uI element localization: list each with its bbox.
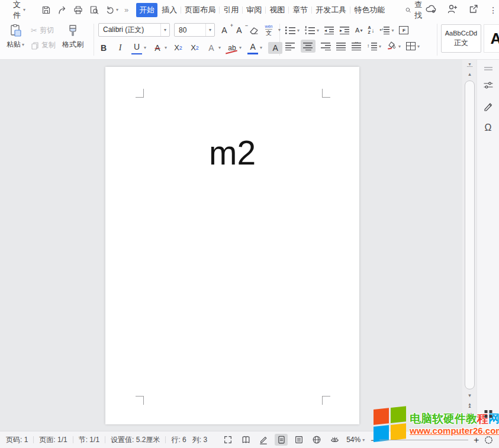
divider	[265, 7, 266, 14]
tab-section[interactable]: 章节	[289, 3, 311, 17]
status-setting-value[interactable]: 设置值: 5.2厘米	[111, 435, 160, 445]
zoom-in-button[interactable]: ＋	[472, 434, 481, 446]
shrink-font-button[interactable]: A−	[234, 24, 244, 36]
increase-indent-button[interactable]: ▸	[340, 26, 350, 34]
annotate-pen-button[interactable]	[483, 101, 494, 114]
cut-button[interactable]: ✂剪切	[31, 25, 56, 36]
paste-button[interactable]: 粘贴▾	[5, 22, 26, 51]
italic-button[interactable]: I	[115, 42, 125, 54]
page-view-button[interactable]	[275, 434, 288, 446]
font-name-select[interactable]: Calibri (正文) ▾	[98, 23, 170, 37]
file-menu[interactable]: 文件 ▾	[13, 0, 25, 21]
undo-button[interactable]: ▾	[105, 5, 118, 15]
divider	[33, 436, 34, 443]
tab-references[interactable]: 引用	[220, 3, 242, 17]
decrease-indent-button[interactable]: ◂	[324, 26, 334, 34]
sort-button[interactable]: AZ↓	[368, 25, 374, 34]
document-body-text[interactable]: m2	[105, 133, 359, 172]
vertical-scrollbar[interactable]: ▾ ▴ ▾ ▴▴	[462, 60, 477, 431]
tab-insert[interactable]: 插入	[159, 3, 180, 17]
align-center-button[interactable]	[301, 40, 316, 53]
clear-format-button[interactable]	[249, 24, 259, 36]
superscript-button[interactable]: X2	[173, 42, 183, 54]
status-column[interactable]: 列: 3	[192, 435, 207, 445]
export-pdf-button[interactable]	[57, 5, 67, 15]
borders-button[interactable]	[406, 42, 416, 50]
tab-home[interactable]: 开始	[136, 3, 157, 17]
margin-mark-bottom-right	[322, 396, 330, 405]
properties-button[interactable]	[483, 80, 494, 92]
plus-icon: +	[230, 22, 233, 28]
tab-review[interactable]: 审阅	[243, 3, 265, 17]
cloud-sync-button[interactable]	[425, 4, 437, 16]
document-page[interactable]: m2	[105, 67, 359, 424]
numbered-list-button[interactable]	[305, 26, 315, 34]
read-mode-button[interactable]	[239, 434, 252, 446]
format-painter-button[interactable]: 格式刷	[60, 22, 85, 51]
text-effects-button[interactable]: A	[206, 42, 217, 54]
pinyin-label: wén	[265, 24, 273, 30]
paragraph-layout-button[interactable]: ↵	[379, 26, 389, 34]
save-button[interactable]	[41, 5, 51, 15]
best-fit-button[interactable]	[484, 436, 493, 444]
drag-handle-icon[interactable]	[484, 67, 492, 68]
bullet-list-button[interactable]	[285, 26, 295, 34]
rotate-icon: ▾	[360, 28, 362, 33]
align-left-button[interactable]	[285, 42, 295, 50]
scroll-up-icon[interactable]: ▴	[468, 72, 471, 77]
zoom-level-button[interactable]: 54% ▾	[346, 436, 365, 444]
eye-icon	[330, 435, 340, 444]
print-preview-button[interactable]	[89, 5, 99, 15]
divider	[437, 24, 437, 56]
toggle-ruler-icon[interactable]: ▾	[467, 63, 472, 68]
text-direction-label: A	[355, 27, 359, 34]
web-view-button[interactable]	[310, 434, 323, 446]
text-tool-button[interactable]: F	[399, 26, 408, 34]
shading-button[interactable]	[387, 41, 397, 52]
print-button[interactable]	[73, 5, 83, 15]
divider	[311, 7, 312, 14]
status-page-number[interactable]: 页码: 1	[6, 435, 28, 445]
divider	[242, 7, 243, 14]
grow-font-button[interactable]: A+	[219, 24, 230, 36]
share-button[interactable]	[468, 4, 479, 16]
share-user-button[interactable]	[447, 4, 458, 16]
tab-view[interactable]: 视图	[266, 3, 288, 17]
style-normal[interactable]: AaBbCcDd 正文	[441, 24, 481, 53]
font-color-button[interactable]: A	[247, 41, 258, 54]
pinyin-guide-button[interactable]: wén文	[263, 24, 274, 36]
char-shading-button[interactable]: A	[268, 42, 282, 54]
outline-view-button[interactable]	[292, 434, 305, 446]
find-button[interactable]: 查找	[405, 0, 425, 21]
text-direction-button[interactable]: A▾	[355, 27, 362, 34]
status-line[interactable]: 行: 6	[171, 435, 186, 445]
more-commands-button[interactable]: »	[124, 5, 128, 14]
scrollbar-thumb[interactable]	[465, 80, 475, 389]
justify-button[interactable]	[336, 42, 346, 50]
font-size-select[interactable]: 80 ▾	[174, 23, 215, 37]
zoom-slider[interactable]	[379, 440, 468, 440]
style-heading[interactable]: A	[484, 24, 499, 53]
status-page-count[interactable]: 页面: 1/1	[39, 435, 67, 445]
write-mode-button[interactable]	[257, 434, 270, 446]
copy-button[interactable]: 复制	[31, 40, 56, 50]
align-right-button[interactable]	[321, 42, 331, 50]
chevron-down-icon: ▾	[23, 7, 25, 12]
tab-special-features[interactable]: 特色功能	[351, 3, 388, 17]
app-grid-icon[interactable]	[484, 410, 492, 418]
fullscreen-button[interactable]	[221, 434, 234, 446]
more-options-button[interactable]: ⋮	[489, 5, 497, 15]
status-section[interactable]: 节: 1/1	[79, 435, 99, 445]
scroll-down-icon[interactable]: ▾	[468, 393, 471, 398]
underline-button[interactable]: U	[131, 41, 142, 54]
strikethrough-button[interactable]: A	[152, 42, 163, 54]
tab-developer[interactable]: 开发工具	[313, 3, 349, 17]
distribute-button[interactable]: ↔	[352, 42, 362, 50]
line-spacing-button[interactable]: ↕	[367, 42, 377, 50]
subscript-button[interactable]: X2	[189, 42, 200, 54]
symbol-omega-button[interactable]: Ω	[485, 123, 492, 133]
tab-page-layout[interactable]: 页面布局	[182, 3, 218, 17]
eye-protect-button[interactable]	[328, 434, 341, 446]
bold-button[interactable]: B	[98, 42, 109, 54]
highlight-color-button[interactable]: ab	[227, 42, 237, 54]
